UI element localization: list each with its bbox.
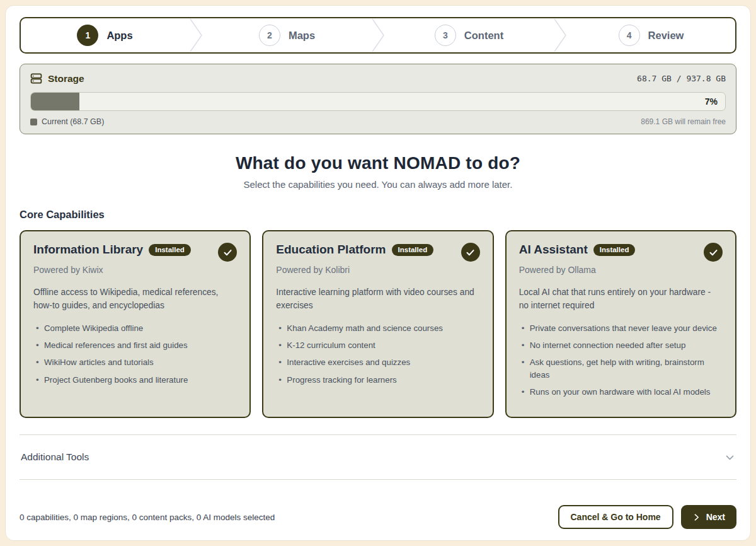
storage-usage-readout: 68.7 GB / 937.8 GB <box>637 74 726 83</box>
step-maps[interactable]: 2 Maps <box>203 18 371 52</box>
card-feature-list: Private conversations that never leave y… <box>519 322 723 398</box>
step-number-badge: 3 <box>435 25 456 46</box>
card-description: Offline access to Wikipedia, medical ref… <box>33 286 237 313</box>
card-description: Local AI chat that runs entirely on your… <box>519 286 723 313</box>
card-title: Education Platform <box>276 243 386 257</box>
step-separator-icon <box>189 18 203 52</box>
wizard-stepper: 1 Apps 2 Maps 3 Content 4 Review <box>20 17 736 54</box>
page-subtitle: Select the capabilities you need. You ca… <box>20 179 736 190</box>
installed-badge: Installed <box>392 244 434 256</box>
page-title: What do you want NOMAD to do? <box>20 153 736 173</box>
step-label: Review <box>648 30 684 42</box>
card-feature-list: Khan Academy math and science courses K-… <box>276 322 479 386</box>
powered-by-label: Powered by Kolibri <box>276 265 479 275</box>
step-apps[interactable]: 1 Apps <box>21 18 189 52</box>
storage-title: Storage <box>48 73 84 84</box>
feature-item: Khan Academy math and science courses <box>287 322 479 334</box>
check-circle-icon[interactable] <box>704 243 723 262</box>
card-information-library[interactable]: Information Library Installed Powered by… <box>20 230 251 418</box>
card-description: Interactive learning platform with video… <box>276 286 479 313</box>
feature-item: K-12 curriculum content <box>287 339 479 351</box>
chevron-right-icon <box>692 513 701 521</box>
wizard-footer: 0 capabilities, 0 map regions, 0 content… <box>20 496 736 529</box>
step-separator-icon <box>553 18 567 52</box>
legend-current-label: Current (68.7 GB) <box>42 117 104 126</box>
step-review[interactable]: 4 Review <box>567 18 735 52</box>
storage-drive-icon <box>30 73 42 84</box>
powered-by-label: Powered by Ollama <box>519 265 723 275</box>
step-number-badge: 2 <box>259 25 280 46</box>
check-circle-icon[interactable] <box>461 243 480 262</box>
feature-item: Complete Wikipedia offline <box>44 322 237 334</box>
storage-remaining-label: 869.1 GB will remain free <box>641 117 726 126</box>
setup-wizard-window: 1 Apps 2 Maps 3 Content 4 Review <box>5 5 751 541</box>
step-separator-icon <box>371 18 385 52</box>
step-label: Maps <box>289 30 315 42</box>
chevron-down-icon[interactable] <box>724 452 735 463</box>
card-feature-list: Complete Wikipedia offline Medical refer… <box>33 322 237 386</box>
installed-badge: Installed <box>593 244 636 256</box>
step-number-badge: 1 <box>77 25 98 46</box>
next-button[interactable]: Next <box>681 505 736 529</box>
installed-badge: Installed <box>149 244 191 256</box>
additional-tools-toggle[interactable]: Additional Tools <box>20 434 736 480</box>
card-title: AI Assistant <box>519 243 588 257</box>
feature-item: WikiHow articles and tutorials <box>44 356 237 368</box>
feature-item: Ask questions, get help with writing, br… <box>530 356 723 381</box>
storage-progress-bar: 7% <box>30 92 726 111</box>
storage-progress-fill <box>31 93 79 110</box>
check-circle-icon[interactable] <box>218 243 237 262</box>
step-label: Apps <box>106 30 132 42</box>
capability-cards: Information Library Installed Powered by… <box>20 230 736 418</box>
feature-item: Interactive exercises and quizzes <box>287 356 479 368</box>
legend-current-swatch <box>30 119 37 125</box>
card-ai-assistant[interactable]: AI Assistant Installed Powered by Ollama… <box>505 230 736 418</box>
step-content[interactable]: 3 Content <box>385 18 553 52</box>
step-label: Content <box>464 30 503 42</box>
storage-panel: Storage 68.7 GB / 937.8 GB 7% Current (6… <box>20 64 736 134</box>
card-education-platform[interactable]: Education Platform Installed Powered by … <box>262 230 493 418</box>
feature-item: Progress tracking for learners <box>287 374 479 386</box>
feature-item: Medical references and first aid guides <box>44 339 237 351</box>
cancel-button[interactable]: Cancel & Go to Home <box>558 505 673 529</box>
powered-by-label: Powered by Kiwix <box>33 265 237 275</box>
selection-summary: 0 capabilities, 0 map regions, 0 content… <box>20 513 275 522</box>
feature-item: Project Gutenberg books and literature <box>44 374 237 386</box>
core-capabilities-heading: Core Capabilities <box>20 209 736 221</box>
next-button-label: Next <box>706 512 725 522</box>
card-title: Information Library <box>33 243 143 257</box>
storage-percent-label: 7% <box>705 93 718 110</box>
feature-item: No internet connection needed after setu… <box>530 339 723 351</box>
feature-item: Private conversations that never leave y… <box>530 322 723 334</box>
step-number-badge: 4 <box>619 25 640 46</box>
feature-item: Runs on your own hardware with local AI … <box>530 386 723 398</box>
additional-tools-label: Additional Tools <box>21 451 89 463</box>
